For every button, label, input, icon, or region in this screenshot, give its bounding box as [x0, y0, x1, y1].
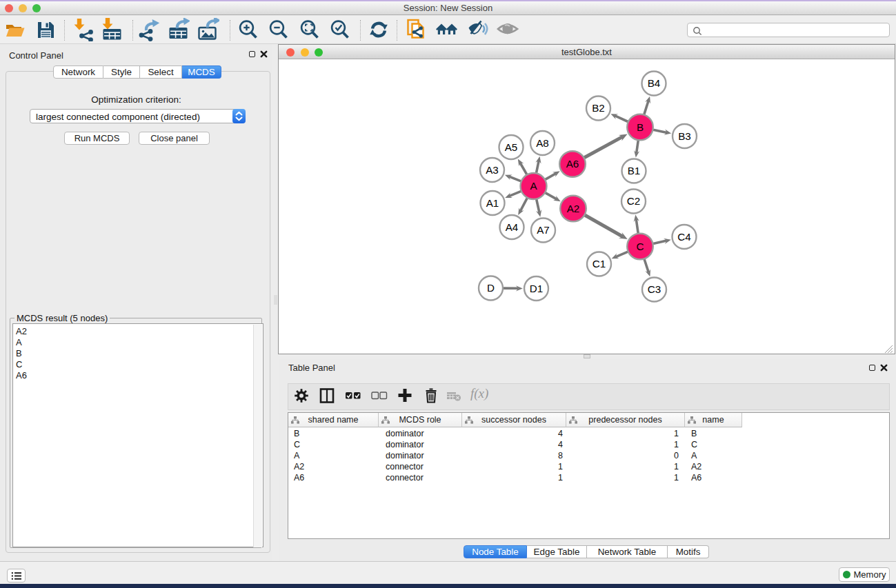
svg-text:A8: A8 — [536, 137, 549, 149]
svg-text:D: D — [487, 282, 495, 294]
svg-text:B2: B2 — [592, 102, 605, 114]
svg-text:A2: A2 — [567, 203, 580, 214]
svg-text:B4: B4 — [648, 77, 661, 89]
svg-text:A1: A1 — [486, 197, 499, 209]
svg-text:B1: B1 — [628, 165, 641, 176]
svg-text:B: B — [637, 121, 644, 133]
svg-text:A4: A4 — [506, 221, 519, 233]
svg-text:A6: A6 — [566, 158, 579, 170]
svg-text:A: A — [530, 180, 537, 192]
svg-text:C2: C2 — [627, 195, 640, 207]
svg-text:A7: A7 — [537, 224, 550, 236]
svg-text:C4: C4 — [677, 231, 690, 243]
svg-text:B3: B3 — [678, 130, 691, 142]
svg-text:A5: A5 — [505, 141, 518, 153]
svg-text:D1: D1 — [530, 283, 543, 294]
svg-text:C: C — [637, 241, 644, 252]
svg-text:C1: C1 — [593, 258, 606, 270]
svg-text:C3: C3 — [648, 283, 661, 295]
svg-text:A3: A3 — [486, 164, 499, 176]
